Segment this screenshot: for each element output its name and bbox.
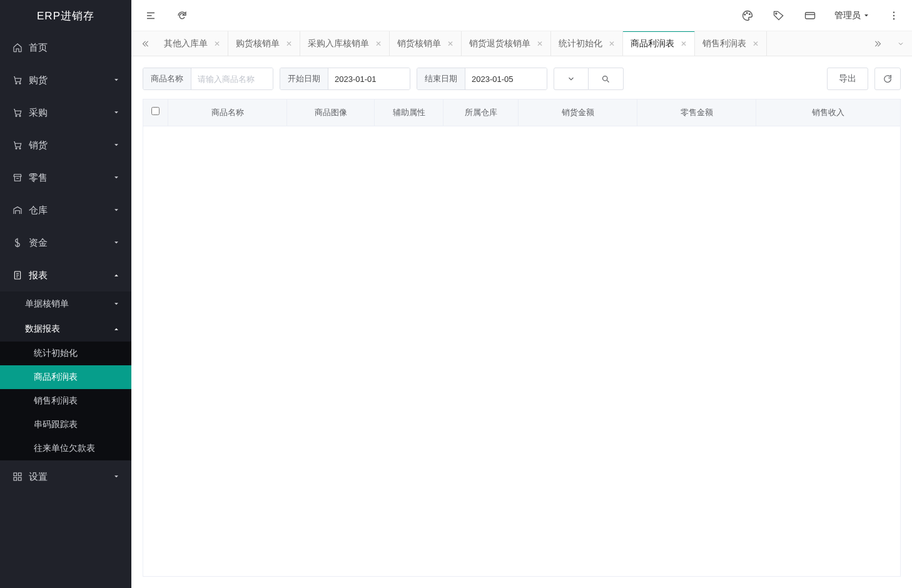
export-label: 导出 xyxy=(839,73,856,84)
sidebar-item-funds[interactable]: 资金 xyxy=(0,226,131,259)
header-bar: 管理员 xyxy=(131,0,912,31)
theme-icon[interactable] xyxy=(741,9,754,23)
tab-label: 商品利润表 xyxy=(631,38,674,49)
menu-label: 单据核销单 xyxy=(25,298,113,310)
close-icon[interactable]: ✕ xyxy=(214,39,220,48)
tab-sales-audit[interactable]: 销货核销单✕ xyxy=(390,31,462,56)
tag-icon[interactable] xyxy=(772,9,786,23)
search-button[interactable] xyxy=(589,68,624,90)
chevron-down-icon xyxy=(113,239,120,246)
svg-point-3 xyxy=(19,115,21,116)
col-attr: 辅助属性 xyxy=(375,99,443,126)
sidebar-item-warehouse[interactable]: 仓库 xyxy=(0,194,131,226)
sidebar-item-home[interactable]: 首页 xyxy=(0,31,131,64)
sidebar-item-goods-profit[interactable]: 商品利润表 xyxy=(0,365,131,389)
app-logo: ERP进销存 xyxy=(0,0,131,31)
tab-goods-profit[interactable]: 商品利润表✕ xyxy=(623,31,695,56)
close-icon[interactable]: ✕ xyxy=(752,39,759,48)
cart-icon xyxy=(11,106,24,119)
main-menu: 首页 购货 采购 销货 零售 xyxy=(0,31,131,588)
tab-other-in[interactable]: 其他入库单✕ xyxy=(156,31,228,56)
menu-label: 仓库 xyxy=(29,205,113,216)
sidebar-item-sales-profit[interactable]: 销售利润表 xyxy=(0,389,131,413)
svg-point-4 xyxy=(16,148,17,149)
tab-label: 销售利润表 xyxy=(702,38,746,49)
sidebar-item-data-report[interactable]: 数据报表 xyxy=(0,317,131,342)
select-all-checkbox[interactable] xyxy=(151,107,160,115)
chevron-down-icon xyxy=(113,300,120,308)
close-icon[interactable]: ✕ xyxy=(286,39,292,48)
reload-button[interactable] xyxy=(874,68,901,90)
sidebar-item-retail[interactable]: 零售 xyxy=(0,161,131,194)
collapse-sidebar-button[interactable] xyxy=(144,9,158,23)
menu-label: 销货 xyxy=(29,139,113,151)
tab-purchase-audit[interactable]: 购货核销单✕ xyxy=(228,31,300,56)
warehouse-icon xyxy=(11,204,24,216)
col-sales-amount: 销货金额 xyxy=(519,99,637,126)
tab-stat-init[interactable]: 统计初始化✕ xyxy=(551,31,623,56)
sidebar-item-unit-debt[interactable]: 往来单位欠款表 xyxy=(0,437,131,460)
subsubmenu-data-report: 统计初始化 商品利润表 销售利润表 串码跟踪表 往来单位欠款表 xyxy=(0,342,131,460)
close-icon[interactable]: ✕ xyxy=(375,39,382,48)
sidebar-item-statinit[interactable]: 统计初始化 xyxy=(0,342,131,365)
refresh-button[interactable] xyxy=(175,9,189,23)
filter-name-group: 商品名称 xyxy=(143,68,273,90)
col-checkbox[interactable] xyxy=(143,99,168,126)
menu-label: 报表 xyxy=(29,270,113,281)
cart-icon xyxy=(11,74,24,86)
sidebar-item-sales[interactable]: 销货 xyxy=(0,129,131,161)
tabs-scroll-left[interactable] xyxy=(134,31,156,56)
filter-end-input[interactable] xyxy=(465,68,547,89)
tab-sales-profit[interactable]: 销售利润表✕ xyxy=(695,31,767,56)
export-button[interactable]: 导出 xyxy=(827,68,868,90)
tabs-dropdown[interactable] xyxy=(889,40,912,48)
filter-name-label: 商品名称 xyxy=(143,68,191,89)
card-icon[interactable] xyxy=(803,9,817,23)
svg-rect-10 xyxy=(18,477,21,480)
svg-point-2 xyxy=(16,115,17,116)
filter-start-input[interactable] xyxy=(328,68,410,89)
svg-rect-8 xyxy=(18,473,21,476)
chevron-down-icon xyxy=(863,13,869,19)
tabs-scroll-right[interactable] xyxy=(867,39,889,48)
menu-label: 往来单位欠款表 xyxy=(34,443,120,454)
sidebar-item-settings[interactable]: 设置 xyxy=(0,460,131,493)
svg-point-19 xyxy=(603,76,608,81)
filter-start-label: 开始日期 xyxy=(280,68,328,89)
tab-sales-return-audit[interactable]: 销货退货核销单✕ xyxy=(462,31,551,56)
svg-rect-9 xyxy=(14,477,17,480)
home-icon xyxy=(11,41,24,54)
chevron-down-icon xyxy=(113,174,120,181)
menu-label: 串码跟踪表 xyxy=(34,419,120,430)
svg-rect-7 xyxy=(14,473,17,476)
tab-label: 销货核销单 xyxy=(397,38,441,49)
shop-icon xyxy=(11,171,24,184)
tabs-container: 其他入库单✕ 购货核销单✕ 采购入库核销单✕ 销货核销单✕ 销货退货核销单✕ 统… xyxy=(156,31,867,56)
sidebar-item-audit[interactable]: 单据核销单 xyxy=(0,291,131,317)
svg-point-5 xyxy=(19,148,21,149)
filter-end-label: 结束日期 xyxy=(417,68,465,89)
filter-name-input[interactable] xyxy=(191,68,273,89)
sidebar-item-procure[interactable]: 采购 xyxy=(0,96,131,129)
col-warehouse: 所属仓库 xyxy=(443,99,519,126)
svg-point-18 xyxy=(893,18,894,19)
close-icon[interactable]: ✕ xyxy=(537,39,543,48)
tab-procure-in-audit[interactable]: 采购入库核销单✕ xyxy=(300,31,390,56)
menu-label: 商品利润表 xyxy=(34,372,120,383)
close-icon[interactable]: ✕ xyxy=(609,39,615,48)
sidebar-item-serial-track[interactable]: 串码跟踪表 xyxy=(0,413,131,437)
more-icon[interactable] xyxy=(887,9,901,23)
tab-label: 购货核销单 xyxy=(236,38,280,49)
close-icon[interactable]: ✕ xyxy=(447,39,453,48)
sidebar-item-report[interactable]: 报表 xyxy=(0,259,131,291)
chevron-down-icon xyxy=(113,206,120,214)
user-dropdown[interactable]: 管理员 xyxy=(834,10,869,21)
menu-label: 首页 xyxy=(29,42,120,54)
dropdown-button[interactable] xyxy=(554,68,589,90)
menu-label: 统计初始化 xyxy=(34,348,120,359)
menu-label: 设置 xyxy=(29,471,113,483)
close-icon[interactable]: ✕ xyxy=(681,39,687,48)
tab-label: 统计初始化 xyxy=(559,38,602,49)
menu-label: 购货 xyxy=(29,74,113,86)
sidebar-item-purchase[interactable]: 购货 xyxy=(0,64,131,96)
